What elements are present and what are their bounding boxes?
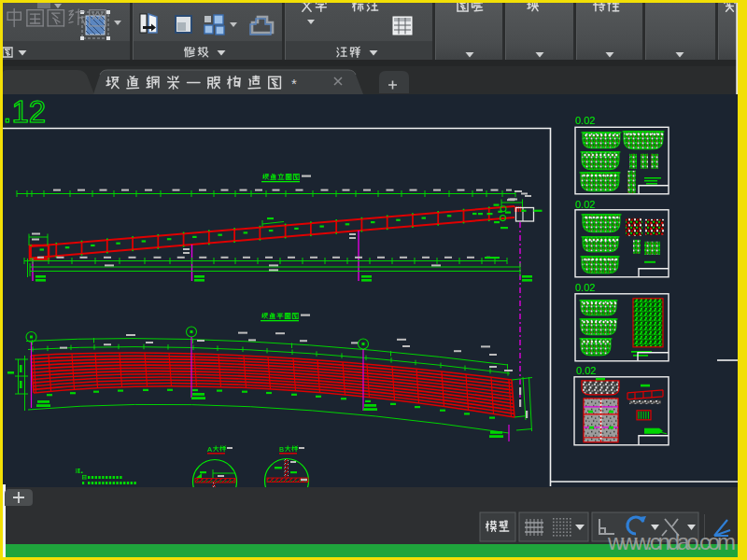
svg-text:B: B [279, 445, 284, 454]
svg-text:*: * [291, 76, 297, 91]
svg-text:0.02: 0.02 [575, 115, 595, 126]
svg-text:0.12: 0.12 [0, 94, 46, 129]
svg-text:0.02: 0.02 [575, 199, 595, 210]
svg-text:A: A [207, 445, 212, 454]
svg-text:0.02: 0.02 [576, 365, 596, 376]
svg-text:www.cndao.com: www.cndao.com [607, 529, 736, 554]
svg-text:0.02: 0.02 [575, 282, 595, 293]
